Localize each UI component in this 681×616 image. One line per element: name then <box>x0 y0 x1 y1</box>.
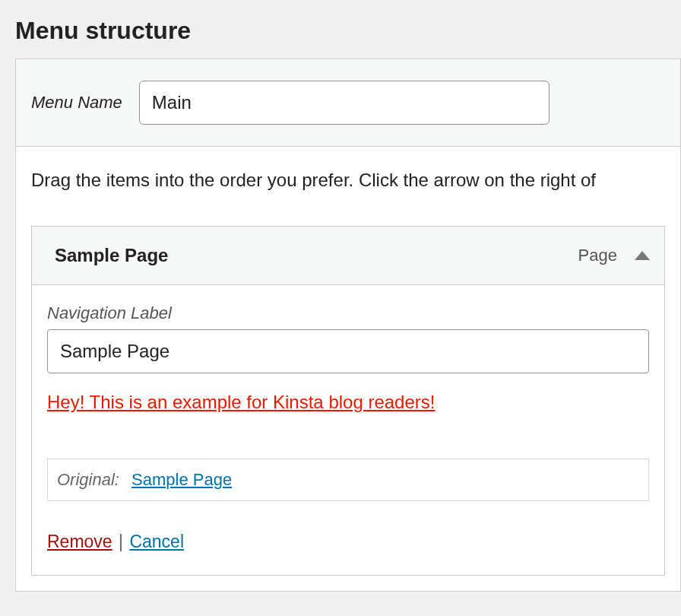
instructions-text: Drag the items into the order you prefer… <box>16 147 680 205</box>
separator: | <box>114 532 128 551</box>
menu-item: Sample Page Page Navigation Label Hey! T… <box>31 226 665 576</box>
nav-label-input[interactable] <box>47 329 649 373</box>
menu-item-header[interactable]: Sample Page Page <box>32 227 664 285</box>
custom-note-link[interactable]: Hey! This is an example for Kinsta blog … <box>47 392 435 413</box>
svg-marker-0 <box>635 251 650 260</box>
original-box: Original: Sample Page <box>47 459 649 501</box>
original-page-link[interactable]: Sample Page <box>131 470 232 489</box>
remove-link[interactable]: Remove <box>47 532 112 551</box>
menu-item-body: Navigation Label Hey! This is an example… <box>32 285 664 575</box>
menu-name-row: Menu Name <box>16 59 680 147</box>
cancel-link[interactable]: Cancel <box>129 532 184 551</box>
menu-panel: Menu Name Drag the items into the order … <box>15 59 681 592</box>
menu-name-input[interactable] <box>139 81 550 125</box>
menu-item-type-label: Page <box>578 246 617 265</box>
nav-label-field-label: Navigation Label <box>47 303 649 323</box>
original-label: Original: <box>57 470 119 489</box>
menu-name-label: Menu Name <box>31 93 122 113</box>
caret-up-icon <box>634 250 651 261</box>
page-title: Menu structure <box>0 0 681 59</box>
menu-item-title: Sample Page <box>55 245 578 266</box>
item-actions: Remove | Cancel <box>47 532 649 552</box>
